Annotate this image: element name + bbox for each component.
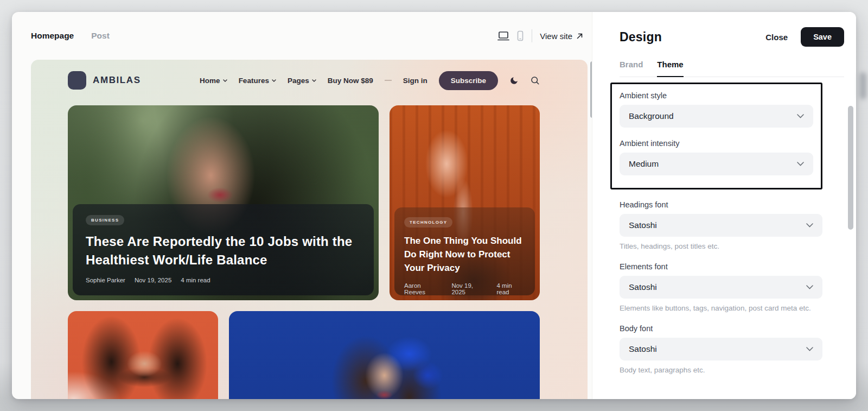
search-icon[interactable] xyxy=(530,75,540,85)
save-button[interactable]: Save xyxy=(801,27,844,47)
body-font-help: Body text, paragraphs etc. xyxy=(620,365,822,375)
site-preview-canvas: AMBILAS Home Features Pages Buy Now $89 xyxy=(31,60,588,399)
chevron-down-icon xyxy=(797,162,804,166)
ambient-highlight-box: Ambient style Background Ambient intensi… xyxy=(610,83,822,189)
page-tabs: Homepage Post xyxy=(31,31,110,41)
category-badge[interactable]: TECHNOLOGY xyxy=(404,217,452,227)
topbar-divider xyxy=(532,29,532,42)
nav-item-buy-now[interactable]: Buy Now $89 xyxy=(328,77,373,85)
body-font-label: Body font xyxy=(620,324,822,333)
category-badge[interactable]: BUSINESS xyxy=(86,215,124,225)
site-nav: Home Features Pages Buy Now $89 Sign in … xyxy=(200,71,540,90)
arrow-up-right-icon xyxy=(576,33,583,40)
chevron-down-icon xyxy=(806,285,813,289)
nav-item-sign-in[interactable]: Sign in xyxy=(403,77,427,85)
topbar-right: View site xyxy=(497,29,583,42)
panel-tabs: Brand Theme xyxy=(620,60,844,77)
nav-item-features[interactable]: Features xyxy=(239,77,276,85)
post-card-image[interactable] xyxy=(229,311,540,399)
panel-title: Design xyxy=(620,30,662,45)
post-grid: BUSINESS These Are Reportedly the 10 Job… xyxy=(68,105,540,399)
ambient-intensity-field: Ambient intensity Medium xyxy=(620,139,813,175)
headings-font-field: Headings font Satoshi Titles, headings, … xyxy=(620,200,822,251)
device-toggle-group xyxy=(497,30,524,41)
view-site-label: View site xyxy=(540,31,572,41)
design-panel: Design Close Save Brand Theme Ambient st… xyxy=(592,12,856,399)
elements-font-help: Elements like buttons, tags, navigation,… xyxy=(620,303,822,313)
ambient-intensity-select[interactable]: Medium xyxy=(620,153,813,175)
post-read-time: 4 min read xyxy=(181,277,210,283)
brand-name[interactable]: AMBILAS xyxy=(93,75,141,86)
ambient-style-label: Ambient style xyxy=(620,91,813,100)
close-button[interactable]: Close xyxy=(760,28,793,46)
body-font-select[interactable]: Satoshi xyxy=(620,338,822,361)
post-date: Nov 19, 2025 xyxy=(135,277,171,283)
post-meta: Sophie Parker Nov 19, 2025 4 min read xyxy=(86,277,361,283)
background-scrollbar-blur xyxy=(859,72,866,99)
post-card-image[interactable] xyxy=(68,311,218,399)
preview-topbar: Homepage Post xyxy=(12,12,592,60)
chevron-down-icon xyxy=(272,79,276,82)
post-read-time: 4 min read xyxy=(497,282,526,295)
desktop-icon[interactable] xyxy=(497,31,510,41)
post-card[interactable]: TECHNOLOGY The One Thing You Should Do R… xyxy=(390,105,540,300)
post-meta: Aaron Reeves Nov 19, 2025 4 min read xyxy=(404,282,525,295)
headings-font-help: Titles, headings, post titles etc. xyxy=(620,242,822,251)
chevron-down-icon xyxy=(223,79,227,82)
panel-body: Headings font Satoshi Titles, headings, … xyxy=(620,200,822,375)
body-font-field: Body font Satoshi Body text, paragraphs … xyxy=(620,324,822,375)
chevron-down-icon xyxy=(797,114,804,118)
view-site-link[interactable]: View site xyxy=(540,31,583,41)
tab-brand[interactable]: Brand xyxy=(620,60,643,77)
ambient-style-select[interactable]: Background xyxy=(620,105,813,128)
preview-region: Homepage Post xyxy=(12,12,592,399)
site-header: AMBILAS Home Features Pages Buy Now $89 xyxy=(68,68,540,92)
headings-font-select[interactable]: Satoshi xyxy=(620,214,822,237)
site-logo[interactable] xyxy=(68,71,86,90)
mobile-icon[interactable] xyxy=(516,30,524,41)
panel-scrollbar[interactable] xyxy=(848,106,853,230)
chevron-down-icon xyxy=(312,79,316,82)
post-card[interactable]: BUSINESS These Are Reportedly the 10 Job… xyxy=(68,105,379,300)
tab-homepage[interactable]: Homepage xyxy=(31,31,74,41)
headings-font-label: Headings font xyxy=(620,200,822,209)
nav-item-home[interactable]: Home xyxy=(200,77,227,85)
app-window: Homepage Post xyxy=(12,12,856,399)
post-author: Aaron Reeves xyxy=(404,282,442,295)
post-author: Sophie Parker xyxy=(86,277,125,283)
elements-font-field: Elements font Satoshi Elements like butt… xyxy=(620,262,822,313)
chevron-down-icon xyxy=(806,223,813,227)
post-title[interactable]: The One Thing You Should Do Right Now to… xyxy=(404,234,525,275)
tab-post[interactable]: Post xyxy=(91,31,110,41)
ambient-intensity-label: Ambient intensity xyxy=(620,139,813,148)
post-title[interactable]: These Are Reportedly the 10 Jobs with th… xyxy=(86,232,361,269)
subscribe-button[interactable]: Subscribe xyxy=(439,71,498,90)
ambient-style-field: Ambient style Background xyxy=(620,91,813,128)
post-card-overlay: BUSINESS These Are Reportedly the 10 Job… xyxy=(73,204,374,295)
nav-divider xyxy=(385,80,392,81)
panel-header: Design Close Save xyxy=(620,27,844,47)
tab-theme[interactable]: Theme xyxy=(657,60,683,77)
elements-font-select[interactable]: Satoshi xyxy=(620,276,822,299)
post-date: Nov 19, 2025 xyxy=(451,282,487,295)
elements-font-label: Elements font xyxy=(620,262,822,271)
chevron-down-icon xyxy=(806,347,813,351)
nav-item-pages[interactable]: Pages xyxy=(288,77,316,85)
post-card-overlay: TECHNOLOGY The One Thing You Should Do R… xyxy=(394,207,535,295)
moon-icon[interactable] xyxy=(509,76,519,85)
